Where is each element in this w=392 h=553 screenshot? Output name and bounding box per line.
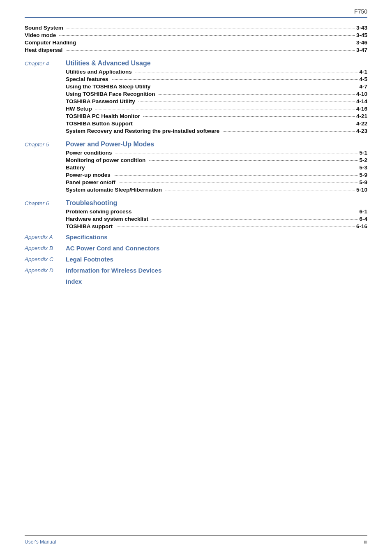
toc-entry-dots: 4-16	[94, 106, 367, 112]
toc-entry-text: Utilities and Applications	[66, 69, 132, 75]
chapter-content: Power conditions5-1Monitoring of power c…	[66, 150, 367, 193]
toc-entry-page: 6-16	[356, 223, 367, 229]
toc-entry-page: 5-3	[359, 164, 367, 171]
toc-entry-page: 5-9	[359, 179, 367, 185]
toc-entry-dots: 5-2	[147, 157, 367, 163]
toc-entry-page: 6-4	[359, 216, 367, 222]
footer-right: iii	[364, 539, 367, 545]
toc-entry-text: Using the TOSHIBA Sleep Utility	[66, 83, 150, 90]
toc-entry-text: System Recovery and Restoring the pre-in…	[66, 128, 219, 134]
appendix-title: AC Power Cord and Connectors	[66, 245, 159, 252]
appendix-label: Appendix A	[25, 234, 66, 240]
toc-entry: Sound System3-43	[25, 25, 367, 31]
toc-entry-text: Computer Handling	[25, 39, 76, 46]
appendix-label: Appendix B	[25, 245, 66, 251]
chapter-label: Chapter 4	[25, 60, 66, 67]
appendix-title: Legal Footnotes	[66, 256, 113, 263]
toc-entry-page: 4-7	[359, 83, 367, 90]
chapter-title: Utilities & Advanced Usage	[66, 60, 151, 67]
page-container: F750 Sound System3-43Video mode3-45Compu…	[0, 0, 392, 553]
appendix-title: Specifications	[66, 234, 108, 241]
toc-entry-dots: 5-9	[117, 179, 367, 185]
toc-entry-page: 6-1	[359, 208, 367, 215]
toc-entry-page: 4-10	[356, 91, 367, 97]
footer-left: User's Manual	[25, 539, 56, 545]
index-title: Index	[66, 278, 82, 285]
toc-entry-text: TOSHIBA support	[66, 223, 113, 229]
toc-entry-dots: 6-1	[134, 208, 367, 215]
toc-entry: Monitoring of power condition5-2	[66, 157, 367, 163]
intro-entries: Sound System3-43Video mode3-45Computer H…	[25, 25, 367, 53]
toc-entry-page: 3-43	[356, 25, 367, 31]
toc-entry-text: Video mode	[25, 32, 56, 38]
toc-entry-text: Monitoring of power condition	[66, 157, 145, 163]
toc-entry-dots: 4-5	[110, 76, 367, 82]
chapter-label: Chapter 6	[25, 199, 66, 206]
toc-entry-text: Heat dispersal	[25, 47, 62, 53]
toc-entry-text: Power conditions	[66, 150, 112, 156]
toc-entry-page: 3-47	[356, 47, 367, 53]
toc-entry-dots: 3-47	[64, 47, 367, 53]
toc-entry: Special features4-5	[66, 76, 367, 82]
toc-entry-page: 4-23	[356, 128, 367, 134]
toc-entry-dots: 4-22	[134, 120, 367, 127]
toc-entry: Problem solving process6-1	[66, 208, 367, 215]
toc-entry-dots: 3-46	[78, 39, 367, 46]
toc-entry-page: 4-16	[356, 106, 367, 112]
header-bar: F750	[25, 8, 367, 18]
toc-entry-dots: 4-1	[134, 69, 367, 75]
toc-entry-page: 4-22	[356, 120, 367, 127]
toc-entry-page: 5-9	[359, 172, 367, 178]
toc-entry-page: 5-10	[356, 187, 367, 193]
chapters-container: Chapter 4Utilities & Advanced UsageUtili…	[25, 60, 367, 229]
toc-entry-dots: 4-23	[221, 128, 367, 134]
appendix-label: Appendix C	[25, 256, 66, 262]
toc-entry-page: 4-5	[359, 76, 367, 82]
toc-entry: System Recovery and Restoring the pre-in…	[66, 128, 367, 134]
toc-entry-page: 4-14	[356, 98, 367, 104]
appendices-container: Appendix ASpecificationsAppendix BAC Pow…	[25, 234, 367, 274]
appendix-label: Appendix D	[25, 267, 66, 273]
chapter-label: Chapter 5	[25, 141, 66, 148]
toc-entry-text: Panel power on/off	[66, 179, 115, 185]
toc-entry-text: Special features	[66, 76, 108, 82]
chapter-title: Power and Power-Up Modes	[66, 141, 154, 148]
toc-entry: Using TOSHIBA Face Recognition4-10	[66, 91, 367, 97]
toc-entry-page: 4-21	[356, 113, 367, 119]
toc-entry: TOSHIBA support6-16	[66, 223, 367, 229]
toc-entry: Panel power on/off5-9	[66, 179, 367, 185]
toc-entry-dots: 6-4	[150, 216, 367, 222]
toc-entry: HW Setup4-16	[66, 106, 367, 112]
toc-entry-text: Using TOSHIBA Face Recognition	[66, 91, 155, 97]
toc-entry-text: TOSHIBA PC Health Monitor	[66, 113, 140, 119]
chapter-content: Problem solving process6-1Hardware and s…	[66, 208, 367, 229]
toc-entry: Using the TOSHIBA Sleep Utility4-7	[66, 83, 367, 90]
toc-entry: Battery5-3	[66, 164, 367, 171]
appendix-row: Appendix DInformation for Wireless Devic…	[25, 267, 367, 274]
toc-entry: TOSHIBA Button Support4-22	[66, 120, 367, 127]
toc-entry-text: TOSHIBA Password Utility	[66, 98, 135, 104]
toc-entry-dots: 5-10	[164, 187, 367, 193]
toc-entry-page: 5-2	[359, 157, 367, 163]
toc-entry-dots: 3-45	[58, 32, 367, 38]
toc-entry-page: 3-46	[356, 39, 367, 46]
toc-entry: System automatic Sleep/Hibernation5-10	[66, 187, 367, 193]
toc-entry-dots: 3-43	[65, 25, 367, 31]
toc-entry-text: Problem solving process	[66, 208, 132, 215]
chapter-row: Chapter 6Troubleshooting	[25, 199, 367, 207]
toc-entry: Heat dispersal3-47	[25, 47, 367, 53]
toc-entry-text: System automatic Sleep/Hibernation	[66, 187, 162, 193]
toc-entry: TOSHIBA PC Health Monitor4-21	[66, 113, 367, 119]
chapter-content: Utilities and Applications4-1Special fea…	[66, 69, 367, 134]
toc-entry: Video mode3-45	[25, 32, 367, 38]
toc-entry: TOSHIBA Password Utility4-14	[66, 98, 367, 104]
appendix-title: Information for Wireless Devices	[66, 267, 161, 274]
toc-entry-page: 5-1	[359, 150, 367, 156]
appendix-row: Appendix ASpecifications	[25, 234, 367, 241]
header-title: F750	[354, 8, 367, 15]
toc-entry: Computer Handling3-46	[25, 39, 367, 46]
toc-entry-dots: 4-10	[157, 91, 367, 97]
appendix-row: Appendix BAC Power Cord and Connectors	[25, 245, 367, 252]
toc-entry-dots: 6-16	[114, 223, 367, 229]
toc-entry-page: 4-1	[359, 69, 367, 75]
